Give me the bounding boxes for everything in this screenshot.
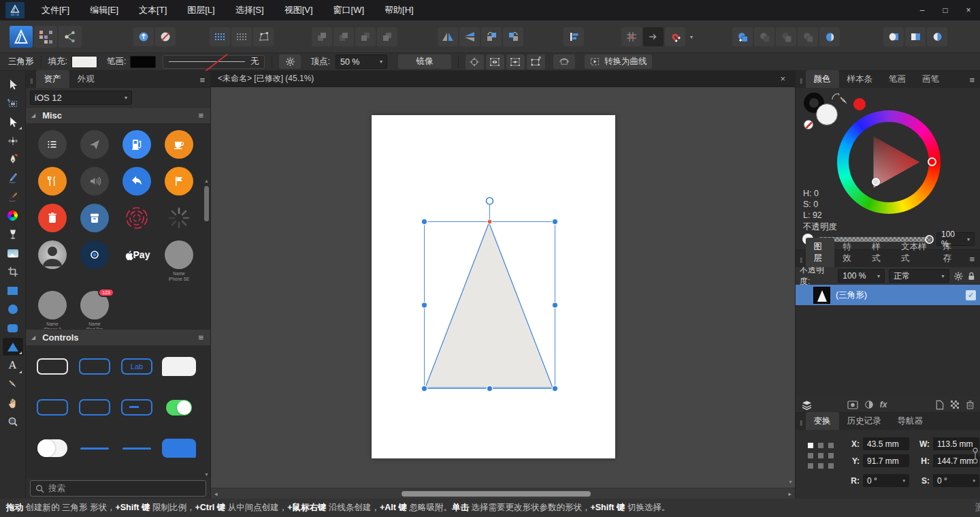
controls-section-header[interactable]: ◢ Controls ≡ [26, 329, 210, 345]
transparency-tool[interactable] [3, 225, 23, 243]
asset-fuel[interactable] [116, 130, 158, 159]
canvas-horizontal-scrollbar[interactable]: ◂ ▸ [211, 488, 795, 499]
tab-navigator[interactable]: 导航器 [889, 412, 932, 430]
asset-button-white[interactable] [31, 355, 74, 378]
left-panel-scrollbar[interactable]: ▲ ▼ [203, 178, 210, 477]
asset-device-iphone-8[interactable]: NameiPhone 8 [31, 291, 74, 329]
asset-tooltip-white[interactable] [158, 355, 200, 378]
asset-device-iphone-se[interactable]: NameiPhone SE [158, 240, 200, 283]
fill-swatch[interactable] [71, 56, 97, 68]
scrollbar-thumb[interactable] [204, 186, 209, 221]
stacked-layers-icon[interactable] [801, 400, 813, 410]
anchor-top-right[interactable] [828, 443, 834, 448]
anchor-bottom-left[interactable] [808, 463, 813, 469]
menu-file[interactable]: 文件[F] [31, 0, 80, 20]
adjustment-layer-icon[interactable] [864, 400, 874, 409]
export-persona-button[interactable] [59, 26, 82, 48]
x-field[interactable] [863, 437, 909, 450]
rotate-bounding-box-button[interactable] [553, 54, 575, 69]
selection-handle-mid-left[interactable] [421, 302, 427, 308]
vertex-combo[interactable]: 50 % ▾ [336, 54, 387, 69]
asset-restaurant[interactable] [31, 167, 74, 195]
hue-selector[interactable] [928, 157, 936, 166]
panel-grip-icon[interactable]: ‖ [796, 77, 806, 88]
asset-flag[interactable] [158, 167, 200, 195]
layer-visibility-checkbox[interactable]: ✓ [966, 290, 976, 300]
transform-objects-separately-button[interactable] [506, 54, 525, 69]
anchor-top-left[interactable] [808, 443, 813, 448]
asset-device-ipad-pro[interactable]: 123 NameiPad Pro [74, 291, 116, 329]
canvas-viewport[interactable]: ▼ [211, 87, 795, 488]
scroll-left-icon[interactable]: ◂ [214, 490, 218, 497]
collapse-icon[interactable]: ◢ [31, 334, 35, 341]
asset-button-label[interactable]: Lab [116, 355, 158, 378]
rectangle-tool[interactable] [3, 282, 23, 300]
close-button[interactable]: × [957, 0, 980, 20]
search-box[interactable] [30, 480, 206, 497]
asset-toggle-on[interactable] [158, 396, 200, 419]
no-color-well[interactable] [804, 120, 813, 129]
pen-tool[interactable] [3, 151, 23, 168]
layer-opacity-combo[interactable]: 100 % ▾ [838, 269, 885, 283]
scroll-down-icon[interactable]: ▼ [204, 472, 209, 477]
asset-line-blue[interactable] [74, 437, 116, 460]
tab-stroke[interactable]: 笔画 [881, 70, 914, 88]
show-selection-button[interactable] [486, 54, 504, 69]
tab-color[interactable]: 颜色 [806, 70, 839, 88]
rounded-rectangle-tool[interactable] [3, 319, 23, 337]
tab-text-styles[interactable]: 文本样式 [893, 238, 935, 267]
anchor-bottom-right[interactable] [828, 463, 834, 469]
rotation-handle[interactable] [487, 198, 493, 204]
anchor-mid-left[interactable] [808, 453, 813, 458]
ellipse-tool[interactable] [3, 300, 23, 318]
menu-view[interactable]: 视图[V] [274, 0, 323, 20]
artboard-tool[interactable] [3, 95, 23, 112]
selection-handle-bottom-left[interactable] [421, 386, 427, 391]
tab-layers[interactable]: 图层 [806, 238, 835, 267]
fill-stroke-selector[interactable] [804, 93, 843, 135]
insert-behind-button[interactable] [883, 27, 904, 46]
section-menu-icon[interactable]: ≡ [197, 110, 205, 121]
text-tool[interactable]: A [3, 357, 23, 375]
pattern-icon[interactable] [950, 400, 960, 409]
tab-transform[interactable]: 变换 [806, 412, 839, 430]
convert-to-curves-button[interactable]: 转换为曲线 [585, 54, 653, 69]
canvas-vertical-scrollbar[interactable]: ▼ [787, 87, 794, 486]
asset-line-blue-2[interactable] [116, 437, 158, 460]
lock-icon[interactable] [967, 271, 976, 281]
asset-send[interactable] [74, 130, 116, 159]
asset-category-select[interactable]: iOS 12 ▾ [30, 91, 132, 105]
panel-menu-icon[interactable]: ≡ [194, 75, 210, 88]
asset-contact[interactable] [31, 240, 74, 283]
collapse-icon[interactable]: ◢ [31, 112, 35, 119]
point-transform-tool[interactable] [3, 132, 23, 150]
insert-on-top-button[interactable] [927, 27, 947, 46]
stroke-width-control[interactable]: 无 [163, 55, 265, 69]
boolean-add-button[interactable] [732, 27, 753, 46]
zoom-tool[interactable] [3, 413, 23, 430]
menu-text[interactable]: 文本[T] [129, 0, 177, 20]
move-tool[interactable] [3, 76, 23, 93]
selection-handle-bottom-right[interactable] [552, 386, 557, 391]
menu-help[interactable]: 帮助[H] [374, 0, 424, 20]
insert-inside-button[interactable] [905, 27, 926, 46]
asset-archive[interactable] [74, 204, 116, 232]
scroll-right-icon[interactable]: ▸ [788, 490, 791, 497]
tab-appearance[interactable]: 外观 [69, 70, 103, 88]
blend-mode-combo[interactable]: 正常 ▾ [889, 269, 949, 283]
flip-vertical-button[interactable] [459, 27, 480, 46]
menu-window[interactable]: 窗口[W] [323, 0, 375, 20]
boolean-combine-button[interactable] [819, 27, 840, 46]
saturation-lightness-selector[interactable] [872, 178, 880, 186]
menu-edit[interactable]: 编辑[E] [80, 0, 129, 20]
asset-segment-blue[interactable] [116, 396, 158, 419]
panel-menu-icon[interactable]: ≡ [964, 254, 980, 267]
designer-persona-button[interactable] [10, 26, 33, 48]
alignment-button[interactable] [564, 27, 584, 46]
anchor-mid-right[interactable] [828, 453, 834, 458]
tab-styles[interactable]: 样式 [864, 238, 893, 267]
panel-grip-icon[interactable]: ‖ [26, 77, 36, 88]
panel-grip-icon[interactable]: ‖ [796, 419, 806, 430]
scroll-up-icon[interactable]: ▲ [204, 178, 209, 183]
mirror-button[interactable]: 镜像 [398, 54, 451, 69]
